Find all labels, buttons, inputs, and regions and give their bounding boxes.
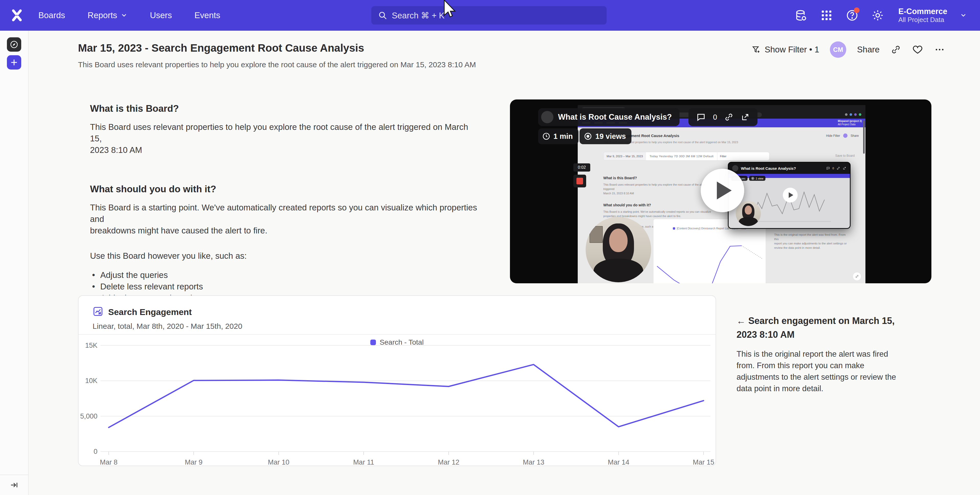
mini-filter: Filter <box>717 152 727 160</box>
apps-grid-icon[interactable] <box>820 9 833 22</box>
mini-video-icons: 0 <box>826 166 846 170</box>
open-external-icon[interactable] <box>741 113 750 122</box>
mini-hide-filter: Hide Filter <box>826 134 840 138</box>
nav-item-users[interactable]: Users <box>150 11 172 20</box>
more-options-button[interactable] <box>934 44 945 55</box>
project-name: E-Commerce <box>899 7 947 16</box>
play-button[interactable] <box>701 169 744 212</box>
show-filter-button[interactable]: Show Filter • 1 <box>751 45 819 54</box>
list-item: Delete less relevant reports <box>90 281 481 292</box>
discover-compass-button[interactable] <box>7 37 21 52</box>
compass-icon <box>10 40 18 49</box>
mixpanel-board-page: Boards Reports Users Events Search ⌘ + K… <box>0 0 980 495</box>
copy-link-button[interactable] <box>891 45 901 55</box>
mini-scrollbar <box>863 121 865 154</box>
svg-text:Mar 13: Mar 13 <box>523 458 544 466</box>
mini-save-to-board: Save to Board <box>835 154 855 158</box>
engagement-chart-svg: 15K10K5,0000Mar 8Mar 9Mar 10Mar 11Mar 12… <box>78 329 716 466</box>
mini-date-range: Mar 9, 2023 – Mar 15, 2023 <box>603 152 646 160</box>
nav-item-label: Events <box>194 11 220 20</box>
nav-right-controls: E-Commerce All Project Data <box>795 0 967 31</box>
mini-project-name: Mixpanel (project 3) <box>838 119 862 123</box>
mini-board-controls: Hide Filter Share <box>826 134 859 138</box>
intro-paragraph-3: Use this Board however you like, such as… <box>90 250 481 261</box>
favorite-button[interactable] <box>912 44 923 55</box>
filter-funnel-icon <box>751 45 761 54</box>
video-views: 19 views <box>595 132 626 141</box>
svg-text:10K: 10K <box>85 377 97 385</box>
settings-gear-icon[interactable] <box>871 9 884 22</box>
project-switcher[interactable]: E-Commerce All Project Data <box>899 7 947 24</box>
video-views-pill: 19 views <box>579 128 632 144</box>
data-sources-icon[interactable] <box>795 9 807 22</box>
mixpanel-logo-icon[interactable] <box>10 9 24 22</box>
mini-project-scope: All Project Data <box>838 123 856 126</box>
svg-text:15K: 15K <box>85 342 97 349</box>
intro-text-block: What is this Board? This Board uses rele… <box>90 103 481 315</box>
nav-item-label: Users <box>150 11 172 20</box>
mini-heading-1: What is this Board? <box>603 176 637 180</box>
page-title: Mar 15, 2023 - Search Engagement Root Ca… <box>78 42 364 54</box>
plus-icon <box>10 59 18 66</box>
search-input[interactable]: Search ⌘ + K <box>371 6 607 25</box>
nav-item-events[interactable]: Events <box>194 11 220 20</box>
svg-text:Mar 8: Mar 8 <box>100 458 118 466</box>
nav-item-reports[interactable]: Reports <box>88 11 127 20</box>
mini-report-chart <box>654 234 766 283</box>
mouse-cursor <box>444 0 458 21</box>
chevron-down-icon <box>121 12 127 19</box>
intro-heading-2: What should you do with it? <box>90 184 481 194</box>
mini-date-presets: Today Yesterday 7D 30D 3M 6M 12M Default <box>646 155 717 158</box>
ellipsis-icon <box>934 44 945 55</box>
mini-note-body: This is the original report the alert wa… <box>774 233 851 250</box>
nav-item-label: Reports <box>88 11 118 20</box>
nav-links: Boards Reports Users Events <box>38 0 220 31</box>
share-button[interactable]: Share <box>857 45 880 54</box>
report-title[interactable]: Search Engagement <box>108 307 192 317</box>
notification-dot <box>854 7 859 13</box>
comment-count: 0 <box>713 113 717 121</box>
copy-video-link-icon[interactable] <box>724 113 733 122</box>
mini-share: Share <box>851 134 859 138</box>
mini-link-fab <box>853 272 861 281</box>
presenter-webcam <box>585 217 651 282</box>
mini-video-avatar <box>732 165 738 171</box>
comment-icon[interactable] <box>696 112 706 122</box>
heart-icon <box>912 44 923 55</box>
mini-date-range-bar: Mar 9, 2023 – Mar 15, 2023 Today Yesterd… <box>603 152 770 161</box>
mini-avatar <box>843 134 848 138</box>
record-stop-button <box>573 175 586 188</box>
video-actions-pill: 0 <box>689 108 757 126</box>
nav-item-label: Boards <box>38 11 65 20</box>
engagement-chart[interactable]: 15K10K5,0000Mar 8Mar 9Mar 10Mar 11Mar 12… <box>78 329 716 466</box>
video-presenter-avatar <box>541 111 554 123</box>
intro-paragraph-1: This Board uses relevant properties to h… <box>90 121 481 156</box>
report-card[interactable]: Search Engagement Linear, total, Mar 8th… <box>78 295 716 466</box>
mini-paragraph-1: This Board uses relevant properties to h… <box>603 183 713 196</box>
link-icon <box>891 45 901 55</box>
video-duration: 1 min <box>554 132 573 141</box>
intro-paragraph-2: This Board is a starting point. We've au… <box>90 202 481 236</box>
help-icon[interactable] <box>846 9 859 22</box>
create-new-button[interactable] <box>7 55 21 70</box>
record-icon <box>576 178 583 185</box>
mini-video-titlebar: What is Root Cause Analysis? 0 <box>729 162 850 174</box>
mini-play-button[interactable] <box>783 188 798 202</box>
intro-heading-1: What is this Board? <box>90 103 481 114</box>
mini-video-frame: What is Root Cause Analysis? 0 18 sec 1 … <box>728 162 851 229</box>
video-player[interactable]: Mixpanel (project 3)All Project Data Sea… <box>510 99 931 283</box>
nav-item-boards[interactable]: Boards <box>38 11 65 20</box>
page-subtitle: This Board uses relevant properties to h… <box>78 60 476 69</box>
browser-extensions <box>845 113 861 116</box>
svg-text:Mar 9: Mar 9 <box>185 458 202 466</box>
expand-sidebar-button[interactable] <box>0 474 28 495</box>
left-rail <box>0 31 29 495</box>
avatar[interactable]: CM <box>830 41 846 58</box>
views-eye-icon <box>584 132 592 141</box>
play-icon <box>789 192 793 198</box>
chevron-down-icon <box>960 12 967 19</box>
clock-icon <box>542 132 550 140</box>
show-filter-label: Show Filter • 1 <box>765 45 819 54</box>
mini-video-views: 1 view <box>756 177 764 180</box>
svg-text:5,000: 5,000 <box>80 412 97 420</box>
